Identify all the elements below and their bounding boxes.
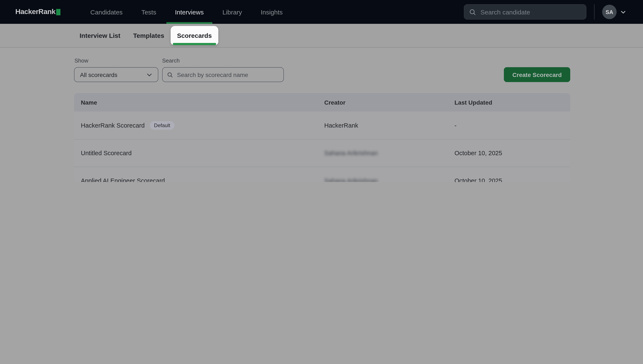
show-filter-value: All scorecards [80, 71, 117, 78]
search-icon [469, 9, 476, 15]
table-row[interactable]: Applied AI Engineer Scorecard Sahana Ari… [74, 167, 570, 182]
tab-templates[interactable]: Templates [127, 32, 171, 39]
creator-cell: HackerRank [324, 122, 455, 129]
show-filter-dropdown[interactable]: All scorecards [74, 67, 158, 82]
hackerrank-logo[interactable]: HackerRank [15, 8, 61, 16]
default-badge: Default [150, 121, 174, 130]
chevron-down-icon [146, 72, 152, 78]
main-nav-items: Candidates Tests Interviews Library Insi… [81, 0, 292, 24]
scorecard-name: Applied AI Engineer Scorecard [81, 177, 165, 182]
scorecard-search-input[interactable] [176, 71, 279, 78]
user-avatar[interactable]: SA [602, 5, 617, 19]
last-updated-cell: October 10, 2025 [455, 150, 570, 156]
creator-cell: Sahana Arikrishnan [324, 177, 455, 182]
column-header-creator: Creator [324, 99, 455, 106]
scorecards-page: HackerRank Candidates Tests Interviews L… [0, 0, 643, 182]
column-header-name: Name [74, 99, 324, 106]
show-label: Show [75, 58, 88, 64]
nav-right: SA [464, 4, 626, 20]
chevron-down-icon [620, 9, 626, 15]
create-scorecard-button[interactable]: Create Scorecard [504, 67, 570, 82]
search-icon [167, 72, 173, 78]
last-updated-cell: October 10, 2025 [455, 177, 570, 182]
candidate-search-box[interactable] [464, 4, 586, 20]
scorecard-name: HackerRank Scorecard [81, 122, 145, 129]
logo-mark-icon [56, 9, 61, 15]
scorecard-search-box[interactable] [162, 67, 284, 82]
top-nav: HackerRank Candidates Tests Interviews L… [0, 0, 643, 24]
search-label: Search [162, 58, 180, 64]
nav-item-library[interactable]: Library [213, 0, 251, 24]
scorecard-name-cell: Untitled Scorecard [74, 150, 324, 156]
table-row[interactable]: HackerRank Scorecard Default HackerRank … [74, 112, 570, 139]
scorecards-table: Name Creator Last Updated HackerRank Sco… [74, 93, 570, 182]
nav-item-tests[interactable]: Tests [132, 0, 166, 24]
tab-interview-list[interactable]: Interview List [73, 32, 127, 39]
scorecard-name-cell: HackerRank Scorecard Default [74, 121, 324, 130]
nav-item-insights[interactable]: Insights [251, 0, 292, 24]
interviews-tab-bar: Interview List Templates Scorecards [0, 24, 643, 48]
nav-divider [594, 4, 594, 20]
table-row[interactable]: Untitled Scorecard Sahana Arikrishnan Oc… [74, 139, 570, 167]
nav-item-candidates[interactable]: Candidates [81, 0, 132, 24]
tab-scorecards[interactable]: Scorecards [171, 26, 218, 45]
table-header: Name Creator Last Updated [74, 93, 570, 112]
candidate-search-input[interactable] [480, 8, 581, 16]
scorecard-name-cell: Applied AI Engineer Scorecard [74, 177, 324, 182]
nav-item-interviews[interactable]: Interviews [166, 0, 213, 24]
logo-text: HackerRank [15, 8, 56, 16]
column-header-last-updated: Last Updated [455, 99, 570, 106]
last-updated-cell: - [455, 122, 570, 129]
creator-cell: Sahana Arikrishnan [324, 150, 455, 156]
scorecard-name: Untitled Scorecard [81, 150, 132, 156]
user-menu-toggle[interactable] [620, 9, 626, 15]
